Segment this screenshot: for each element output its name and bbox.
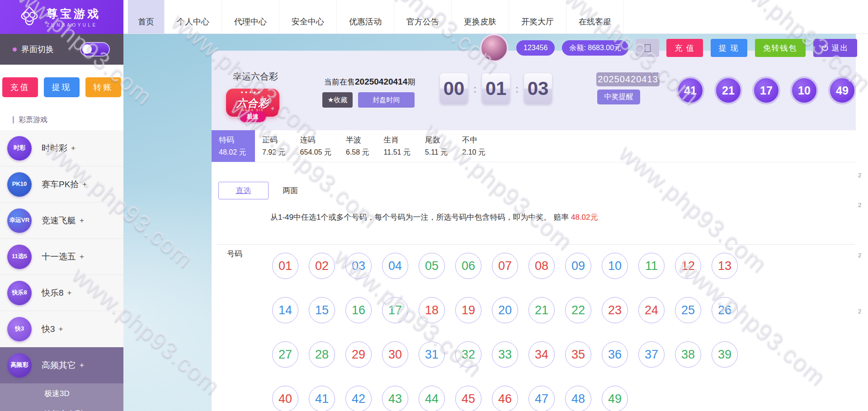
quick-button-2[interactable]: 提现: [44, 77, 80, 97]
nav-item-2[interactable]: 个人中心: [165, 0, 222, 33]
number-ball-34[interactable]: 34: [528, 341, 555, 368]
number-ball-27[interactable]: 27: [272, 341, 298, 368]
sidebar-item-3[interactable]: 幸运VR竞速飞艇+: [0, 203, 123, 239]
bet-tab-5[interactable]: 生肖11.51 元: [377, 130, 418, 162]
result-ball-4: 10: [790, 76, 818, 104]
sidebar-subitem-1[interactable]: 极速3D: [0, 383, 123, 404]
number-ball-22[interactable]: 22: [565, 297, 591, 323]
number-ball-15[interactable]: 15: [309, 297, 335, 323]
nav-item-7[interactable]: 更换皮肤: [452, 0, 509, 33]
withdraw-button[interactable]: 提 现: [711, 39, 747, 57]
number-ball-47[interactable]: 47: [528, 386, 555, 411]
number-ball-39[interactable]: 39: [712, 341, 738, 368]
number-ball-19[interactable]: 19: [455, 297, 481, 323]
nav-item-8[interactable]: 开奖大厅: [509, 0, 566, 33]
number-ball-31[interactable]: 31: [419, 341, 445, 368]
number-ball-07[interactable]: 07: [492, 253, 518, 279]
number-ball-10[interactable]: 10: [602, 253, 628, 279]
avatar[interactable]: [480, 34, 508, 62]
sidebar-item-5[interactable]: 快乐8快乐8+: [0, 275, 123, 311]
sidebar-item-4[interactable]: 11选5十一选五+: [0, 239, 123, 275]
action-label: 提 现: [719, 43, 739, 53]
nav-item-1[interactable]: 首页: [128, 0, 165, 33]
number-ball-41[interactable]: 41: [309, 386, 335, 411]
nav-item-5[interactable]: 优惠活动: [337, 0, 394, 33]
refresh-balance-button[interactable]: [636, 39, 659, 57]
number-ball-48[interactable]: 48: [565, 386, 591, 411]
number-ball-29[interactable]: 29: [345, 341, 372, 368]
number-ball-36[interactable]: 36: [602, 341, 628, 368]
number-ball-25[interactable]: 25: [675, 297, 701, 323]
bet-tab-7[interactable]: 不中2.10 元: [455, 130, 493, 162]
number-ball-37[interactable]: 37: [638, 341, 665, 368]
number-ball-01[interactable]: 01: [272, 253, 298, 279]
number-ball-14[interactable]: 14: [272, 297, 298, 323]
number-ball-18[interactable]: 18: [419, 297, 445, 323]
number-ball-23[interactable]: 23: [602, 297, 628, 323]
number-ball-28[interactable]: 28: [309, 341, 335, 368]
recharge-button[interactable]: 充 值: [666, 39, 703, 57]
favorite-button[interactable]: ★收藏: [322, 92, 353, 108]
sidebar-subitem-2[interactable]: 澳门六合彩: [0, 404, 123, 411]
number-ball-16[interactable]: 16: [345, 297, 372, 323]
number-ball-26[interactable]: 26: [712, 297, 738, 323]
bet-tab-6[interactable]: 尾数5.11 元: [418, 130, 455, 162]
number-ball-11[interactable]: 11: [638, 253, 665, 279]
number-ball-21[interactable]: 21: [528, 297, 555, 323]
bet-tab-1[interactable]: 特码48.02 元: [212, 130, 255, 162]
quick-button-3[interactable]: 转账: [85, 77, 121, 97]
number-ball-03[interactable]: 03: [345, 253, 372, 279]
bet-content: 特码48.02 元正码7.92 元连码654.05 元半波6.58 元生肖11.…: [212, 130, 861, 411]
nav-item-3[interactable]: 代理中心: [222, 0, 279, 33]
logout-button[interactable]: 退出: [813, 39, 857, 57]
close-time-button[interactable]: 封盘时间: [358, 92, 415, 108]
number-ball-33[interactable]: 33: [492, 341, 518, 368]
sidebar: 尊宝游戏 ZUNBAOYULE 界面切换 充值提现转账 彩票游戏 时彩时时彩+P…: [0, 0, 123, 411]
win-notice-button[interactable]: 中奖提醒: [597, 90, 640, 104]
bet-tab-2[interactable]: 正码7.92 元: [255, 130, 293, 162]
bet-tab-4[interactable]: 半波6.58 元: [339, 130, 377, 162]
number-ball-09[interactable]: 09: [565, 253, 591, 279]
bet-tab-3[interactable]: 连码654.05 元: [293, 130, 339, 162]
number-ball-38[interactable]: 38: [675, 341, 701, 368]
brand-subtitle: ZUNBAOYULE: [47, 23, 101, 28]
number-ball-20[interactable]: 20: [492, 297, 518, 323]
icon-speed-badge: 极速: [240, 111, 266, 122]
sidebar-item-1[interactable]: 时彩时时彩+: [0, 130, 123, 166]
divider: [217, 244, 855, 245]
number-ball-04[interactable]: 04: [382, 253, 408, 279]
number-ball-12[interactable]: 12: [675, 253, 701, 279]
number-ball-32[interactable]: 32: [455, 341, 481, 368]
nav-item-4[interactable]: 安全中心: [279, 0, 337, 33]
free-wallet-button[interactable]: 免转钱包: [755, 39, 806, 57]
number-ball-42[interactable]: 42: [345, 386, 372, 411]
sidebar-item-2[interactable]: PK10赛车PK拾+: [0, 166, 123, 203]
edge-fragment-4: 2: [858, 308, 861, 315]
ui-switch-toggle[interactable]: [80, 42, 110, 57]
number-ball-40[interactable]: 40: [272, 386, 298, 411]
number-ball-17[interactable]: 17: [382, 297, 408, 323]
tab-direct-select[interactable]: 直选: [218, 182, 269, 199]
number-ball-02[interactable]: 02: [309, 253, 335, 279]
game-label: 时时彩: [42, 142, 67, 154]
number-ball-08[interactable]: 08: [528, 253, 555, 279]
number-ball-44[interactable]: 44: [419, 386, 445, 411]
quick-button-1[interactable]: 充值: [2, 77, 38, 97]
sidebar-item-7[interactable]: 高频彩高频其它+: [0, 347, 123, 383]
nav-item-6[interactable]: 官方公告: [394, 0, 452, 33]
number-ball-05[interactable]: 05: [419, 253, 445, 279]
number-ball-35[interactable]: 35: [565, 341, 591, 368]
number-ball-06[interactable]: 06: [455, 253, 481, 279]
number-ball-24[interactable]: 24: [638, 297, 665, 323]
number-ball-30[interactable]: 30: [382, 341, 408, 368]
number-ball-46[interactable]: 46: [492, 386, 518, 411]
countdown-digit-2: 01: [482, 73, 510, 104]
sidebar-item-6[interactable]: 快3快3+: [0, 311, 123, 347]
lottery-games-section-title: 彩票游戏: [0, 109, 123, 130]
number-ball-13[interactable]: 13: [712, 253, 738, 279]
tab-two-side[interactable]: 两面: [283, 182, 298, 199]
number-ball-43[interactable]: 43: [382, 386, 408, 411]
nav-item-9[interactable]: 在线客服: [566, 0, 624, 33]
number-ball-49[interactable]: 49: [602, 386, 628, 411]
number-ball-45[interactable]: 45: [455, 386, 481, 411]
